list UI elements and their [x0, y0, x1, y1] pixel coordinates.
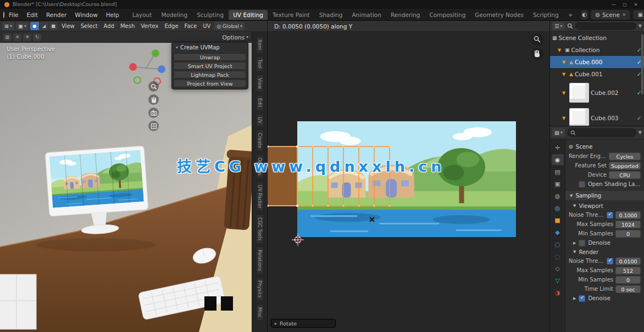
screen-cycle-icon[interactable]: ◐ — [581, 10, 587, 19]
menu-edit[interactable]: Edit — [23, 10, 42, 19]
sidebar-tab-create[interactable]: Create — [256, 130, 264, 151]
outliner-search-input[interactable] — [575, 22, 636, 30]
menu-select[interactable]: Select — [79, 22, 100, 30]
menu-view[interactable]: View — [59, 22, 77, 30]
scene-selector[interactable]: ◍ Scene ✕ — [591, 10, 630, 19]
tab-rendering[interactable]: Rendering — [386, 10, 425, 20]
menu-render[interactable]: Render — [42, 10, 70, 19]
vp-denoise-checkbox[interactable] — [579, 240, 585, 246]
render-engine-dropdown[interactable]: Cycles — [609, 153, 641, 160]
vp-noise-threshold-field[interactable]: 0.1000 — [615, 211, 641, 219]
tab-animation[interactable]: Animation — [347, 10, 386, 20]
properties-filter-icon[interactable]: ▼ — [639, 130, 642, 135]
object-tab-icon[interactable]: ■ — [552, 215, 564, 226]
menu-vertex[interactable]: Vertex — [138, 22, 160, 30]
feature-set-dropdown[interactable]: Supported — [609, 162, 641, 170]
vertex-select-icon[interactable]: ● — [30, 22, 39, 30]
move-tool-icon[interactable]: ✛ — [23, 33, 31, 41]
tab-sculpting[interactable]: Sculpting — [192, 10, 228, 20]
minimize-button[interactable]: — — [610, 2, 618, 7]
render-subsection-header[interactable]: ▼ Render — [569, 247, 641, 256]
menu-uv[interactable]: UV — [201, 22, 213, 30]
outliner-row-cube-001[interactable]: ▼ ▲ Cube.001 ✓ — [550, 68, 644, 80]
scene-unlink-icon[interactable]: ✕ — [622, 12, 626, 18]
pan-hand-icon[interactable] — [148, 94, 159, 105]
denoise-expand-icon[interactable]: ▶ — [573, 296, 576, 301]
physics-tab-icon[interactable]: ◌ — [552, 251, 564, 262]
cursor-tool-icon[interactable]: ✕ — [13, 33, 21, 41]
constraints-tab-icon[interactable]: ◇ — [552, 263, 564, 274]
particles-tab-icon[interactable]: ○ — [552, 239, 564, 250]
r-noise-threshold-field[interactable]: 0.0100 — [615, 257, 641, 265]
editor-type-dropdown[interactable]: ⊞ ▾ — [2, 22, 14, 30]
outliner-filter-icon[interactable]: ▼ — [639, 24, 642, 29]
outliner-row-scene-collection[interactable]: ▦ Scene Collection — [550, 32, 644, 44]
view-layer-tab-icon[interactable]: ▣ — [552, 178, 564, 189]
object-data-tab-icon[interactable]: ▽ — [552, 275, 564, 286]
navigation-gizmo[interactable] — [125, 47, 170, 87]
material-tab-icon[interactable]: ◑ — [552, 287, 564, 298]
scene-tab-icon[interactable]: ◍ — [552, 190, 564, 201]
tab-uv-editing[interactable]: UV Editing — [229, 10, 268, 20]
r-noise-threshold-checkbox[interactable] — [607, 258, 613, 265]
expand-icon[interactable]: ▼ — [562, 72, 568, 77]
visibility-check-icon[interactable]: ✓ — [637, 115, 642, 122]
properties-editor-type-dropdown[interactable]: ▤ ▾ — [552, 128, 565, 137]
menu-face[interactable]: Face — [182, 22, 199, 30]
outliner-row-cube-002[interactable]: ▼ Cube.002 ✓ — [550, 80, 644, 105]
zoom-icon[interactable] — [148, 81, 159, 92]
vp-max-samples-field[interactable]: 1024 — [615, 221, 641, 228]
sidebar-tab-tool[interactable]: Tool — [256, 56, 264, 72]
tab-geometry-nodes[interactable]: Geometry Nodes — [470, 10, 528, 20]
edge-select-icon[interactable]: ◢ — [40, 22, 48, 30]
smart-uv-project-button[interactable]: Smart UV Project — [174, 62, 246, 70]
transform-orientation-dropdown[interactable]: ◎ Global ▾ — [214, 22, 245, 30]
time-limit-field[interactable]: 0 sec — [615, 285, 641, 293]
view-layer-selector[interactable]: ▣ ViewLayer ✕ — [634, 10, 644, 19]
sidebar-tab-uv-packer[interactable]: UV Packer — [256, 182, 264, 212]
rotate-tool-icon[interactable]: ↻ — [33, 33, 41, 41]
r-min-samples-field[interactable]: 0 — [615, 276, 641, 284]
sidebar-tab-physics[interactable]: Physics — [256, 277, 264, 301]
menu-file[interactable]: File — [5, 10, 23, 19]
denoise-expand-icon[interactable]: ▶ — [573, 241, 576, 245]
device-dropdown[interactable]: CPU — [609, 171, 641, 179]
expand-icon[interactable]: ▼ — [562, 116, 568, 121]
outliner-search-icon[interactable] — [567, 23, 573, 29]
menu-window[interactable]: Window — [71, 10, 101, 19]
sidebar-tab-view[interactable]: View — [256, 75, 264, 92]
expand-icon[interactable]: ▼ — [562, 91, 568, 95]
vp-min-samples-field[interactable]: 0 — [615, 230, 641, 238]
outliner-row-collection[interactable]: ▼ ▣ Collection ✓ — [550, 44, 644, 56]
tab-scripting[interactable]: Scripting — [529, 10, 563, 20]
close-button[interactable]: ✕ — [632, 2, 640, 7]
sidebar-tab-item[interactable]: Item — [256, 36, 264, 53]
properties-search-input[interactable] — [567, 128, 636, 137]
world-tab-icon[interactable]: ◎ — [552, 202, 564, 213]
outliner-scrollbar[interactable] — [641, 34, 643, 94]
expand-icon[interactable]: ▼ — [558, 48, 563, 53]
uv-editor-canvas[interactable] — [268, 32, 550, 332]
outliner-row-cube-000[interactable]: ▼ ▲ Cube.000 ✓ — [550, 56, 644, 68]
options-dropdown[interactable]: Options — [222, 34, 245, 41]
menu-help[interactable]: Help — [102, 10, 123, 19]
menu-edge[interactable]: Edge — [162, 22, 180, 30]
menu-mesh[interactable]: Mesh — [118, 22, 137, 30]
render-tab-icon[interactable]: ◉ — [552, 154, 564, 165]
r-denoise-checkbox[interactable] — [579, 295, 585, 302]
lightmap-pack-button[interactable]: Lightmap Pack — [174, 71, 246, 78]
vp-noise-threshold-checkbox[interactable] — [607, 212, 613, 218]
expand-icon[interactable]: ▼ — [562, 60, 568, 65]
osl-checkbox[interactable] — [579, 181, 585, 188]
tab-compositing[interactable]: Compositing — [425, 10, 470, 20]
project-from-view-button[interactable]: Project from View — [174, 80, 246, 87]
tab-texture-paint[interactable]: Texture Paint — [268, 10, 314, 20]
camera-view-icon[interactable] — [148, 108, 159, 118]
unwrap-button[interactable]: Unwrap — [174, 53, 246, 61]
modifiers-tab-icon[interactable]: ◆ — [552, 227, 564, 238]
blender-menu-icon[interactable] — [3, 12, 4, 18]
mode-dropdown[interactable]: ▣ ▾ — [16, 22, 29, 30]
sidebar-tab-cgc-tools[interactable]: CGC Tools — [256, 214, 264, 244]
r-max-samples-field[interactable]: 512 — [615, 267, 641, 274]
add-workspace-button[interactable]: + — [564, 10, 578, 20]
